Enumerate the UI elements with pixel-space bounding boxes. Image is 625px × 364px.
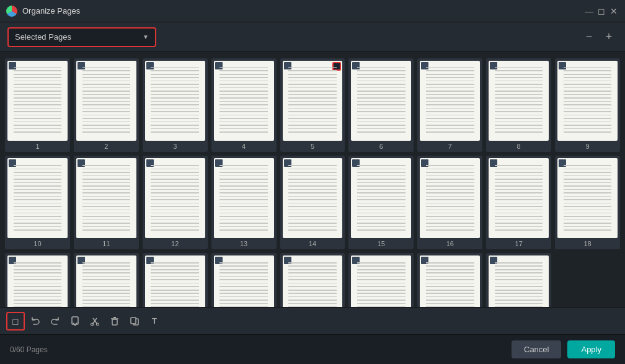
page-selected-indicator <box>332 62 341 71</box>
page-thumbnail <box>557 61 618 141</box>
page-cell[interactable]: 20 <box>74 253 139 307</box>
redo-button[interactable] <box>46 312 64 331</box>
page-cell[interactable]: 10 <box>5 156 70 249</box>
page-cell[interactable]: 9 <box>555 58 620 152</box>
page-thumbnail <box>283 158 343 238</box>
action-buttons: Cancel Apply <box>512 340 615 358</box>
page-thumbnail <box>76 158 136 238</box>
page-cell[interactable]: 16 <box>417 156 482 249</box>
pages-filter-dropdown[interactable]: Selected Pages ▼ <box>7 27 156 47</box>
insert-text-button[interactable]: T <box>145 312 164 331</box>
page-cell[interactable]: 4 <box>211 58 277 152</box>
page-corner-icon <box>490 62 497 69</box>
page-corner-icon <box>146 257 154 264</box>
page-cell[interactable]: 8 <box>486 58 551 152</box>
page-corner-icon <box>490 257 497 264</box>
page-thumbnail <box>420 61 480 141</box>
page-cell[interactable]: 14 <box>280 156 345 249</box>
page-thumbnail <box>489 61 549 141</box>
page-thumbnail <box>145 255 205 307</box>
page-cell[interactable]: 18 <box>555 156 620 249</box>
page-thumbnail <box>283 61 343 141</box>
page-corner-icon <box>215 159 223 167</box>
apply-button[interactable]: Apply <box>567 340 615 358</box>
page-thumbnail <box>489 158 549 238</box>
minimize-button[interactable]: — <box>584 6 594 16</box>
page-cell[interactable]: 21 <box>143 253 208 307</box>
cut-button[interactable] <box>86 312 104 331</box>
page-number: 1 <box>35 143 39 150</box>
extract-button[interactable] <box>66 312 84 331</box>
page-cell[interactable]: 2 <box>74 58 139 152</box>
page-cell[interactable]: 3 <box>143 58 208 152</box>
page-number: 9 <box>585 143 589 150</box>
page-corner-icon <box>146 159 154 167</box>
page-corner-icon <box>284 159 291 167</box>
window-title: Organize Pages <box>22 6 80 16</box>
page-thumbnail <box>351 61 411 141</box>
delete-button[interactable] <box>105 312 124 331</box>
window-controls: — ◻ ✕ <box>584 6 619 16</box>
cancel-button[interactable]: Cancel <box>512 340 561 358</box>
page-cell[interactable]: 22 <box>211 253 277 307</box>
app-logo-icon <box>6 6 17 17</box>
page-corner-icon <box>284 62 291 69</box>
page-count: 0/60 Pages <box>10 345 48 354</box>
page-corner-icon <box>421 62 428 69</box>
page-cell[interactable]: 24 <box>348 253 414 307</box>
page-thumbnail <box>214 158 274 238</box>
page-corner-icon <box>215 62 223 69</box>
page-thumbnail <box>420 255 480 307</box>
pages-grid-area[interactable]: 1234567891011121314151617181920212223242… <box>0 52 625 307</box>
page-corner-icon <box>421 257 428 264</box>
page-corner-icon <box>352 257 360 264</box>
page-thumbnail <box>420 158 480 238</box>
page-corner-icon <box>559 159 566 167</box>
zoom-controls: − + <box>580 29 618 46</box>
page-number: 17 <box>515 240 523 247</box>
svg-rect-10 <box>131 317 136 324</box>
page-corner-icon <box>146 62 154 69</box>
page-cell[interactable]: 25 <box>417 253 482 307</box>
page-cell[interactable]: 11 <box>74 156 139 249</box>
page-corner-icon <box>9 159 16 167</box>
page-number: 8 <box>517 143 521 150</box>
close-button[interactable]: ✕ <box>609 6 619 16</box>
bottom-toolbar: ◻ T <box>0 307 625 334</box>
page-corner-icon <box>9 62 16 69</box>
page-number: 16 <box>446 240 454 247</box>
zoom-in-button[interactable]: + <box>600 29 618 46</box>
page-cell[interactable]: 12 <box>143 156 208 249</box>
page-number: 2 <box>104 143 108 150</box>
undo-button[interactable] <box>26 312 45 331</box>
page-thumbnail <box>76 61 136 141</box>
page-cell[interactable]: 1 <box>5 58 70 152</box>
select-all-button[interactable]: ◻ <box>6 312 25 331</box>
page-thumbnail <box>489 255 549 307</box>
page-corner-icon <box>421 159 428 167</box>
page-cell[interactable]: 7 <box>417 58 482 152</box>
page-number: 11 <box>102 240 110 247</box>
page-cell[interactable]: 23 <box>280 253 345 307</box>
page-number: 12 <box>171 240 179 247</box>
page-corner-icon <box>352 62 360 69</box>
page-number: 15 <box>378 240 385 247</box>
page-cell[interactable]: 5 <box>280 58 345 152</box>
page-number: 14 <box>309 240 316 247</box>
page-corner-icon <box>78 257 85 264</box>
page-cell[interactable]: 15 <box>348 156 414 249</box>
page-number: 7 <box>448 143 452 150</box>
page-thumbnail <box>145 158 205 238</box>
maximize-button[interactable]: ◻ <box>596 6 606 16</box>
page-cell[interactable]: 19 <box>5 253 70 307</box>
page-corner-icon <box>78 62 85 69</box>
page-cell[interactable]: 6 <box>348 58 414 152</box>
zoom-out-button[interactable]: − <box>580 29 598 46</box>
page-thumbnail <box>351 158 411 238</box>
page-cell[interactable]: 13 <box>211 156 277 249</box>
copy-button[interactable] <box>125 312 144 331</box>
page-thumbnail <box>283 255 343 307</box>
page-cell[interactable]: 26 <box>486 253 551 307</box>
page-thumbnail <box>76 255 136 307</box>
page-cell[interactable]: 17 <box>486 156 551 249</box>
